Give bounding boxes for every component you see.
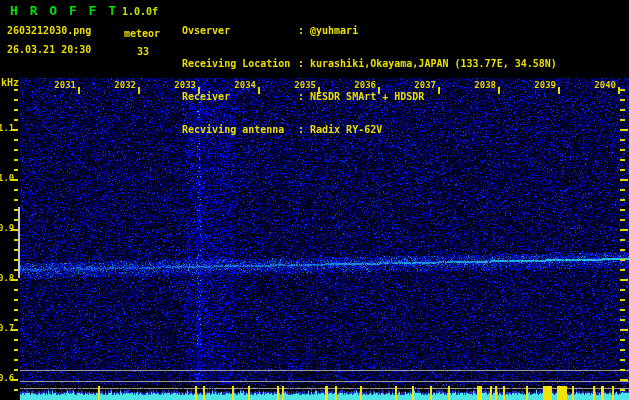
x-tick-label: 2031: [46, 81, 76, 91]
app-version: 1.0.0f: [122, 6, 158, 17]
hrofft-screen: H R O F F T 1.0.0f 2603212030.png meteor…: [0, 0, 629, 400]
info-label: Receiver: [182, 91, 298, 102]
y-axis-unit: kHz: [1, 77, 19, 88]
x-tick-label: 2033: [166, 81, 196, 91]
info-label: Ovserver: [182, 25, 298, 36]
meteor-count: 33: [137, 46, 149, 57]
y-tick-label: 0.8: [0, 274, 14, 284]
x-tick-label: 2038: [466, 81, 496, 91]
info-value: Radix RY-62V: [310, 124, 382, 135]
x-tick-label: 2034: [226, 81, 256, 91]
datetime-label: 26.03.21 20:30: [7, 44, 91, 55]
info-value: NESDR SMArt + HDSDR: [310, 91, 424, 102]
info-separator: :: [298, 124, 310, 135]
mode-label: meteor: [124, 28, 160, 39]
y-tick-label: 0.9: [0, 224, 14, 234]
x-tick-label: 2039: [526, 81, 556, 91]
info-separator: :: [298, 58, 310, 69]
info-separator: :: [298, 25, 310, 36]
info-value: @yuhmari: [310, 25, 358, 36]
y-tick-label: 1.0: [0, 174, 14, 184]
app-title: H R O F F T: [10, 4, 118, 18]
y-tick-label: 0.6: [0, 374, 14, 384]
y-tick-label: 0.7: [0, 324, 14, 334]
x-tick-label: 2036: [346, 81, 376, 91]
x-tick-label: 2040: [586, 81, 616, 91]
info-row-receiver: Receiver : NESDR SMArt + HDSDR: [182, 91, 557, 102]
y-tick-label: 1.1: [0, 124, 14, 134]
output-filename: 2603212030.png: [7, 25, 91, 36]
x-tick-label: 2032: [106, 81, 136, 91]
info-label: Receiving Location: [182, 58, 298, 69]
info-row-antenna: Recviving antenna : Radix RY-62V: [182, 124, 557, 135]
info-label: Recviving antenna: [182, 124, 298, 135]
x-tick-label: 2035: [286, 81, 316, 91]
x-tick-label: 2037: [406, 81, 436, 91]
info-separator: :: [298, 91, 310, 102]
info-row-location: Receiving Location : kurashiki,Okayama,J…: [182, 58, 557, 69]
info-value: kurashiki,Okayama,JAPAN (133.77E, 34.58N…: [310, 58, 557, 69]
info-row-observer: Ovserver : @yuhmari: [182, 25, 557, 36]
